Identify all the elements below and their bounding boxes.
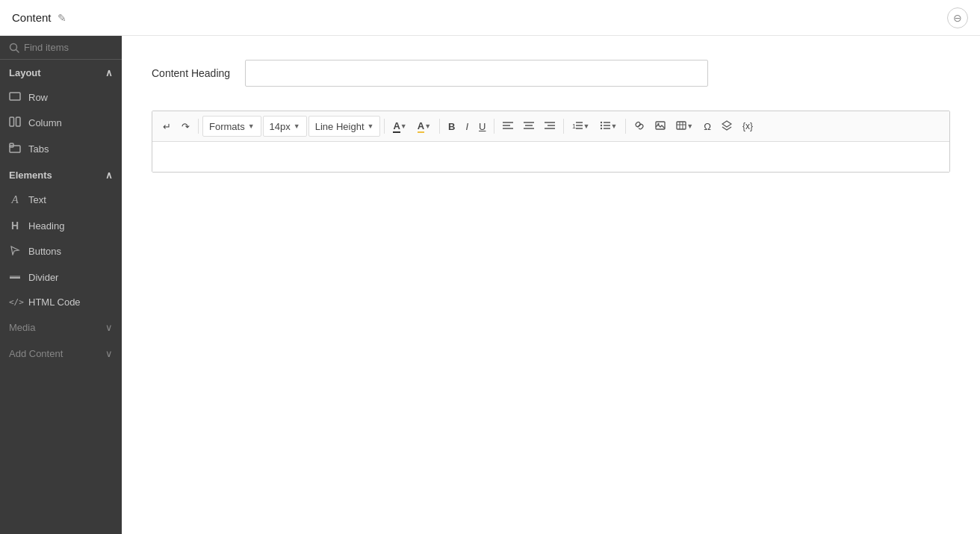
top-bar-left: Content ✎ (12, 11, 66, 24)
layout-section-header[interactable]: Layout ∧ (0, 60, 122, 84)
sidebar-item-tabs-label: Tabs (28, 143, 49, 155)
close-icon: ⊖ (953, 12, 962, 24)
main-layout: Layout ∧ Row Column (0, 36, 980, 534)
content-heading-row: Content Heading (152, 60, 950, 87)
highlight-color-button[interactable]: A ▼ (413, 116, 435, 137)
line-height-chevron: ▼ (368, 122, 374, 130)
table-button[interactable]: ▼ (672, 116, 698, 137)
layers-button[interactable] (717, 116, 736, 137)
formats-chevron: ▼ (248, 122, 255, 130)
toolbar-divider-5 (563, 119, 564, 134)
svg-line-1 (16, 49, 19, 52)
undo-icon: ↵ (163, 121, 171, 132)
content-heading-input[interactable] (245, 60, 708, 87)
toolbar-divider-2 (384, 119, 385, 134)
sidebar-search (0, 36, 122, 60)
font-color-chevron: ▼ (400, 122, 407, 130)
sidebar-item-column[interactable]: Column (0, 110, 122, 136)
sidebar-item-row-label: Row (28, 92, 48, 103)
sidebar-item-divider-label: Divider (28, 272, 58, 283)
top-bar: Content ✎ ⊖ (0, 0, 980, 36)
toolbar-divider-6 (625, 119, 626, 134)
italic-button[interactable]: I (461, 116, 473, 137)
elements-label: Elements (9, 170, 52, 181)
sidebar-item-row[interactable]: Row (0, 84, 122, 110)
media-label: Media (9, 322, 35, 333)
underline-button[interactable]: U (474, 116, 490, 137)
redo-button[interactable]: ↷ (177, 116, 194, 137)
align-left-button[interactable] (498, 116, 518, 137)
toolbar-divider-3 (439, 119, 440, 134)
svg-point-22 (601, 121, 602, 122)
link-button[interactable] (630, 116, 649, 137)
toolbar-divider-1 (198, 119, 199, 134)
font-color-icon: A (393, 120, 400, 133)
align-right-icon (545, 121, 555, 132)
text-icon: A (9, 193, 21, 206)
align-center-button[interactable] (519, 116, 539, 137)
italic-icon: I (465, 121, 468, 132)
unordered-list-chevron: ▼ (610, 122, 617, 130)
buttons-icon (9, 245, 21, 258)
media-section-header[interactable]: Media ∨ (0, 314, 122, 341)
svg-rect-3 (10, 117, 14, 126)
svg-rect-2 (10, 93, 20, 100)
sidebar-item-tabs[interactable]: Tabs (0, 136, 122, 162)
toolbar-divider-4 (494, 119, 494, 134)
media-expand-icon: ∨ (105, 322, 113, 333)
svg-point-24 (601, 127, 602, 128)
special-char-icon: Ω (704, 121, 711, 132)
underline-icon: U (479, 121, 486, 132)
rich-text-editor: ↵ ↷ Formats ▼ 14px ▼ Line Height ▼ (152, 111, 950, 173)
svg-point-23 (601, 124, 602, 125)
image-button[interactable] (651, 116, 670, 137)
sidebar-item-buttons[interactable]: Buttons (0, 238, 122, 264)
elements-collapse-icon: ∧ (105, 170, 113, 181)
ordered-list-button[interactable]: 1. ▼ (568, 116, 594, 137)
ordered-list-icon: 1. (572, 121, 583, 132)
redo-icon: ↷ (182, 121, 190, 132)
sidebar-item-heading[interactable]: H Heading (0, 213, 122, 238)
sidebar-item-html-code-label: HTML Code (28, 297, 81, 308)
search-icon (9, 43, 19, 53)
sidebar-item-divider[interactable]: Divider (0, 264, 122, 290)
close-button[interactable]: ⊖ (947, 7, 968, 28)
svg-rect-30 (677, 122, 686, 129)
sidebar-item-html-code[interactable]: </> HTML Code (0, 290, 122, 314)
sidebar-item-text-label: Text (28, 194, 46, 205)
content-heading-label: Content Heading (152, 67, 230, 79)
font-size-chevron: ▼ (294, 122, 300, 130)
sidebar-item-text[interactable]: A Text (0, 187, 122, 213)
column-icon (9, 117, 21, 129)
row-icon (9, 91, 21, 103)
unordered-list-icon (600, 121, 610, 132)
edit-icon[interactable]: ✎ (58, 12, 66, 24)
ordered-list-chevron: ▼ (583, 122, 589, 130)
sidebar-item-column-label: Column (28, 117, 62, 128)
variable-button[interactable]: {x} (738, 116, 757, 137)
layers-icon (722, 120, 732, 133)
add-content-section-header[interactable]: Add Content ∨ (0, 341, 122, 367)
bold-button[interactable]: B (444, 116, 459, 137)
font-size-label: 14px (270, 121, 291, 132)
font-size-dropdown[interactable]: 14px ▼ (263, 116, 307, 137)
formats-dropdown[interactable]: Formats ▼ (202, 116, 261, 137)
align-left-icon (503, 121, 513, 132)
link-icon (634, 120, 645, 133)
line-height-dropdown[interactable]: Line Height ▼ (308, 116, 381, 137)
font-color-button[interactable]: A ▼ (388, 116, 411, 137)
align-right-button[interactable] (540, 116, 559, 137)
layout-collapse-icon: ∧ (105, 67, 113, 78)
elements-section-header[interactable]: Elements ∧ (0, 162, 122, 187)
layout-label: Layout (9, 67, 41, 78)
search-input[interactable] (24, 42, 113, 53)
table-chevron: ▼ (686, 122, 693, 130)
rte-body[interactable] (152, 142, 949, 172)
highlight-icon: A (418, 120, 424, 133)
undo-button[interactable]: ↵ (158, 116, 176, 137)
unordered-list-button[interactable]: ▼ (595, 116, 621, 137)
variable-icon: {x} (742, 121, 753, 131)
rte-toolbar: ↵ ↷ Formats ▼ 14px ▼ Line Height ▼ (152, 111, 949, 142)
special-char-button[interactable]: Ω (699, 116, 716, 137)
divider-icon (9, 271, 21, 283)
